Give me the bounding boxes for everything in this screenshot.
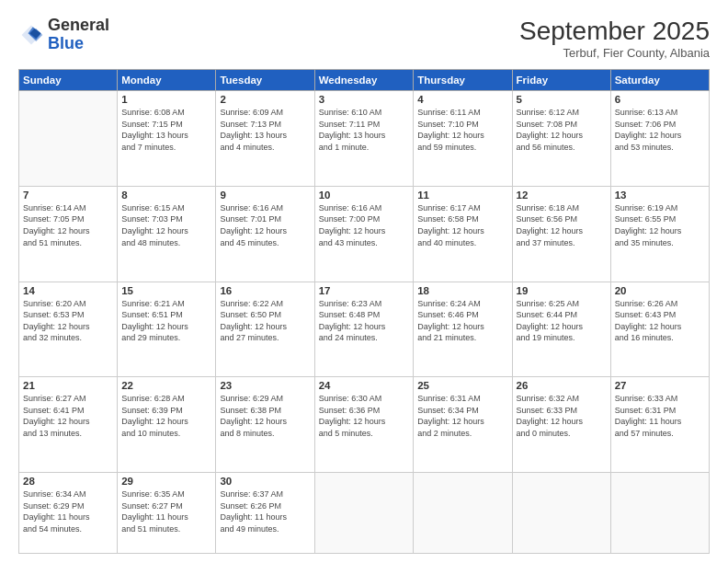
table-row <box>314 473 414 554</box>
table-row: 25Sunrise: 6:31 AM Sunset: 6:34 PM Dayli… <box>414 377 512 473</box>
table-row: 1Sunrise: 6:08 AM Sunset: 7:15 PM Daylig… <box>118 91 216 187</box>
table-row: 10Sunrise: 6:16 AM Sunset: 7:00 PM Dayli… <box>314 186 414 282</box>
table-row: 2Sunrise: 6:09 AM Sunset: 7:13 PM Daylig… <box>216 91 314 187</box>
table-row: 23Sunrise: 6:29 AM Sunset: 6:38 PM Dayli… <box>216 377 314 473</box>
day-number: 6 <box>615 94 705 105</box>
table-row: 16Sunrise: 6:22 AM Sunset: 6:50 PM Dayli… <box>216 282 314 377</box>
day-number: 21 <box>23 380 113 391</box>
day-info: Sunrise: 6:37 AM Sunset: 6:26 PM Dayligh… <box>220 488 310 534</box>
day-info: Sunrise: 6:35 AM Sunset: 6:27 PM Dayligh… <box>121 488 211 534</box>
day-number: 18 <box>417 285 507 296</box>
col-tuesday: Tuesday <box>216 70 314 91</box>
month-title: September 2025 <box>519 17 710 46</box>
table-row: 11Sunrise: 6:17 AM Sunset: 6:58 PM Dayli… <box>414 186 512 282</box>
day-info: Sunrise: 6:26 AM Sunset: 6:43 PM Dayligh… <box>615 298 705 344</box>
day-info: Sunrise: 6:13 AM Sunset: 7:06 PM Dayligh… <box>615 107 705 153</box>
day-number: 29 <box>121 476 211 487</box>
col-wednesday: Wednesday <box>314 70 414 91</box>
day-info: Sunrise: 6:32 AM Sunset: 6:33 PM Dayligh… <box>517 393 607 439</box>
day-number: 22 <box>121 380 211 391</box>
day-number: 23 <box>220 380 310 391</box>
day-number: 3 <box>319 94 410 105</box>
day-info: Sunrise: 6:20 AM Sunset: 6:53 PM Dayligh… <box>23 298 113 344</box>
table-row: 22Sunrise: 6:28 AM Sunset: 6:39 PM Dayli… <box>118 377 216 473</box>
table-row: 30Sunrise: 6:37 AM Sunset: 6:26 PM Dayli… <box>216 473 314 554</box>
logo: General Blue <box>18 17 109 53</box>
calendar-week-row: 14Sunrise: 6:20 AM Sunset: 6:53 PM Dayli… <box>19 282 710 377</box>
day-info: Sunrise: 6:29 AM Sunset: 6:38 PM Dayligh… <box>220 393 310 439</box>
day-info: Sunrise: 6:18 AM Sunset: 6:56 PM Dayligh… <box>517 202 607 248</box>
calendar-week-row: 7Sunrise: 6:14 AM Sunset: 7:05 PM Daylig… <box>19 186 710 282</box>
day-info: Sunrise: 6:12 AM Sunset: 7:08 PM Dayligh… <box>517 107 607 153</box>
calendar-week-row: 28Sunrise: 6:34 AM Sunset: 6:29 PM Dayli… <box>19 473 710 554</box>
day-number: 1 <box>121 94 211 105</box>
calendar-week-row: 21Sunrise: 6:27 AM Sunset: 6:41 PM Dayli… <box>19 377 710 473</box>
day-number: 13 <box>615 190 705 201</box>
col-friday: Friday <box>512 70 610 91</box>
day-number: 17 <box>319 285 410 296</box>
table-row: 5Sunrise: 6:12 AM Sunset: 7:08 PM Daylig… <box>512 91 610 187</box>
table-row: 8Sunrise: 6:15 AM Sunset: 7:03 PM Daylig… <box>118 186 216 282</box>
table-row: 19Sunrise: 6:25 AM Sunset: 6:44 PM Dayli… <box>512 282 610 377</box>
day-number: 11 <box>417 190 507 201</box>
logo-general: General <box>48 16 109 34</box>
day-number: 25 <box>417 380 507 391</box>
day-info: Sunrise: 6:31 AM Sunset: 6:34 PM Dayligh… <box>417 393 507 439</box>
table-row: 21Sunrise: 6:27 AM Sunset: 6:41 PM Dayli… <box>19 377 118 473</box>
table-row: 3Sunrise: 6:10 AM Sunset: 7:11 PM Daylig… <box>314 91 414 187</box>
day-number: 15 <box>121 285 211 296</box>
day-info: Sunrise: 6:33 AM Sunset: 6:31 PM Dayligh… <box>615 393 705 439</box>
day-info: Sunrise: 6:09 AM Sunset: 7:13 PM Dayligh… <box>220 107 310 153</box>
col-monday: Monday <box>118 70 216 91</box>
table-row <box>414 473 512 554</box>
day-info: Sunrise: 6:28 AM Sunset: 6:39 PM Dayligh… <box>121 393 211 439</box>
day-number: 20 <box>615 285 705 296</box>
day-info: Sunrise: 6:24 AM Sunset: 6:46 PM Dayligh… <box>417 298 507 344</box>
day-info: Sunrise: 6:16 AM Sunset: 7:01 PM Dayligh… <box>220 202 310 248</box>
day-info: Sunrise: 6:21 AM Sunset: 6:51 PM Dayligh… <box>121 298 211 344</box>
day-number: 8 <box>121 190 211 201</box>
day-info: Sunrise: 6:10 AM Sunset: 7:11 PM Dayligh… <box>319 107 410 153</box>
col-saturday: Saturday <box>610 70 709 91</box>
table-row: 27Sunrise: 6:33 AM Sunset: 6:31 PM Dayli… <box>610 377 709 473</box>
table-row: 14Sunrise: 6:20 AM Sunset: 6:53 PM Dayli… <box>19 282 118 377</box>
table-row <box>610 473 709 554</box>
day-info: Sunrise: 6:25 AM Sunset: 6:44 PM Dayligh… <box>517 298 607 344</box>
table-row: 28Sunrise: 6:34 AM Sunset: 6:29 PM Dayli… <box>19 473 118 554</box>
day-number: 26 <box>517 380 607 391</box>
day-number: 12 <box>517 190 607 201</box>
table-row: 29Sunrise: 6:35 AM Sunset: 6:27 PM Dayli… <box>118 473 216 554</box>
table-row: 26Sunrise: 6:32 AM Sunset: 6:33 PM Dayli… <box>512 377 610 473</box>
table-row: 6Sunrise: 6:13 AM Sunset: 7:06 PM Daylig… <box>610 91 709 187</box>
day-info: Sunrise: 6:27 AM Sunset: 6:41 PM Dayligh… <box>23 393 113 439</box>
day-info: Sunrise: 6:23 AM Sunset: 6:48 PM Dayligh… <box>319 298 410 344</box>
day-number: 10 <box>319 190 410 201</box>
day-number: 5 <box>517 94 607 105</box>
day-info: Sunrise: 6:30 AM Sunset: 6:36 PM Dayligh… <box>319 393 410 439</box>
day-number: 28 <box>23 476 113 487</box>
day-number: 9 <box>220 190 310 201</box>
logo-icon <box>18 22 44 48</box>
day-info: Sunrise: 6:14 AM Sunset: 7:05 PM Dayligh… <box>23 202 113 248</box>
day-info: Sunrise: 6:17 AM Sunset: 6:58 PM Dayligh… <box>417 202 507 248</box>
calendar-header-row: Sunday Monday Tuesday Wednesday Thursday… <box>19 70 710 91</box>
table-row: 12Sunrise: 6:18 AM Sunset: 6:56 PM Dayli… <box>512 186 610 282</box>
table-row <box>512 473 610 554</box>
location-subtitle: Terbuf, Fier County, Albania <box>519 46 710 60</box>
day-info: Sunrise: 6:19 AM Sunset: 6:55 PM Dayligh… <box>615 202 705 248</box>
table-row <box>19 91 118 187</box>
day-info: Sunrise: 6:08 AM Sunset: 7:15 PM Dayligh… <box>121 107 211 153</box>
logo-text: General Blue <box>48 17 109 53</box>
day-number: 16 <box>220 285 310 296</box>
table-row: 7Sunrise: 6:14 AM Sunset: 7:05 PM Daylig… <box>19 186 118 282</box>
day-number: 24 <box>319 380 410 391</box>
table-row: 17Sunrise: 6:23 AM Sunset: 6:48 PM Dayli… <box>314 282 414 377</box>
day-info: Sunrise: 6:11 AM Sunset: 7:10 PM Dayligh… <box>417 107 507 153</box>
header: General Blue September 2025 Terbuf, Fier… <box>18 17 710 60</box>
calendar: Sunday Monday Tuesday Wednesday Thursday… <box>18 69 710 554</box>
day-number: 4 <box>417 94 507 105</box>
title-block: September 2025 Terbuf, Fier County, Alba… <box>519 17 710 60</box>
day-number: 27 <box>615 380 705 391</box>
table-row: 4Sunrise: 6:11 AM Sunset: 7:10 PM Daylig… <box>414 91 512 187</box>
table-row: 15Sunrise: 6:21 AM Sunset: 6:51 PM Dayli… <box>118 282 216 377</box>
